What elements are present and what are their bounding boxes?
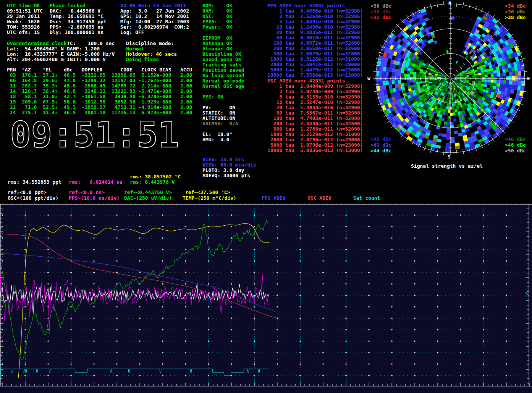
text-line: >32 dBc [370,15,391,20]
scale-osc: OSC=(100 ppt/div) [8,196,58,201]
text-line: KALMAN: N/A [202,121,238,126]
text-line: Normal [126,46,177,52]
text-line: 1000 tau 6.2129e-012 (n=31000) [267,132,363,137]
phase-lock-block: Phase lockedDAC: 0.445366 VTemp: 38.6596… [50,3,107,35]
text-line: Ser: 0.80296974 COM:2 [120,24,189,30]
text-line: 22 71.0 52.5↓ 49.3 -1859.97 4753.31 -4.9… [7,105,192,110]
text-line: >38 dBc [505,15,526,20]
polar-caption: Signal strength vs az/el [411,163,483,169]
mask-settings: EL: 10.0°AMU: 4.0 [202,132,232,142]
text-line: Discipline mode: [126,41,177,46]
text-line: OSC: OK [202,14,232,19]
text-line: UTC ofs: 15 [7,30,43,35]
text-line: 200 tau 2.8430e-011 (n=32600) [267,121,363,126]
scale-temp: TEMP~(250 m°C/div) [183,196,236,201]
text-line: Dly: 100.000001 ns [50,30,107,35]
text-line: PPS ADEV over 42031 points [267,3,363,8]
history-plot[interactable] [0,204,532,393]
text-line: RAM: OK [202,8,232,14]
text-line: V3.00 Beta 15 Jan 2011 [120,3,189,8]
pps-state: PPS: ON [202,94,223,100]
rms-temp: rms: 38.857502 °C [130,174,181,180]
text-line: PV: ON [202,105,238,110]
text-line: 1 tau 3.4856e-010 (n=32998) [267,8,363,14]
text-line: >40 dBc [370,136,391,142]
text-line: GAIN:-5.000 Hz/V [67,52,115,57]
position-block: Overdetermined clockLat: 54.4964948° NLo… [7,41,67,62]
text-line: EEPROM OK [202,36,244,41]
dbc-legend-bottom-right: >46 dBc>48 dBc>50 dBc [505,136,526,154]
text-line: STATIC: ON [202,110,238,116]
text-line: EL: 10.0° [202,132,232,137]
text-line: 14 120.7 36.4↑ 48.8 2240.13 13221.93 -5.… [7,89,192,94]
text-line: 2 tau 1.0749e-009 (n=32996) [267,89,363,94]
text-line: 10000 tau 5.0836e-013 (n=13000) [267,148,363,153]
view-settings: VIEW: 23.0 hrsVIEW: 60.0 min/divPLOTQ: 3… [202,157,256,178]
text-line: 29 Jan 2011 [7,14,43,19]
text-line: 10 tau 1.2498e-010 (n=32980) [267,24,363,30]
text-line: >46 dBc [505,136,526,142]
hardware-status-block: ROM: OKRAM: OKOSC: OKFPGA: OKPower: OK [202,3,232,30]
text-line: 50 tau 6.3610e-011 (n=32900) [267,35,363,40]
text-line: >30 dBc [370,9,391,15]
dbc-legend-bottom-left: >40 dBc>42 dBc>44 dBc [370,136,391,154]
plot-legend-sat-count: Sat count [353,196,380,201]
text-line: Normal OSC age [202,84,244,89]
text-line: Antenna OK [202,41,244,46]
text-line: 10 tau 2.5247e-010 (n=32980) [267,100,363,105]
text-line: GPS: 10.2 14 Nov 2001 [120,14,189,19]
text-line: 1000 tau 9.8128e-012 (n=31000) [267,57,363,62]
text-line: >42 dBc [370,142,391,148]
text-line: Temp: 38.659691 °C [50,14,107,19]
discipline-mode-block: Discipline mode:NormalHoldover: 46 secsD… [126,41,177,62]
text-line: 19 209.0 67.9↓ 50.0 -1012.50 3652.56 1.9… [7,99,192,105]
text-line: DAC: 0.445366 V [50,8,107,14]
text-line: 11 282.7 35.3↑ 48.6 2866.49 14789.72 7.2… [7,83,192,89]
text-line: 500 tau 1.2788e-011 (n=32000) [267,126,363,132]
text-line: ALTITUDE:ON [202,116,238,121]
scale-pps: PPS~(10.0 ns/div) [69,196,120,201]
text-line: AMU: 4.0 [202,137,232,142]
text-line: Overdetermined clock [7,41,67,46]
text-line: 03 176.1 37.2↓ 48.5 -3332.05 13986.65 5.… [7,73,192,78]
rms-dac: rms: 0.443978 V [130,180,175,185]
pps-adev-table: PPS ADEV over 42031 points 1 tau 3.4856e… [267,3,363,78]
compass-west: W [367,76,370,81]
text-line: Alt: 204.46002480 m [7,57,67,62]
text-line: 20 tau 1.4933e-010 (n=32960) [267,105,363,110]
text-line: PRN °AZ °EL dBc DOPPLER CODE CLOCK BIAS … [7,67,192,73]
text-line: 10000 tau 7.8580e-013 (n=13000) [267,73,363,78]
text-line: ADEVQ: 33000 pts [202,173,256,178]
text-line: App: 3.0 27 Jun 2002 [120,8,189,14]
text-line: Tracking sats [202,62,244,68]
ref-temp: ref~<37.500 °C> [185,190,230,195]
text-line: 100 tau 4.6072e-011 (n=32800) [267,40,363,46]
rms-pps: rms: 6.014014 ns [69,180,123,185]
text-line: TC: 100.0 sec [67,41,115,46]
text-line: 200 tau 3.0558e-011 (n=32600) [267,46,363,51]
text-line: 2000 tau 5.6947e-012 (n=29000) [267,62,363,67]
ref-dac: ref~<0.443750 V> [124,190,172,195]
text-line: 50 tau 7.5867e-011 (n=32900) [267,110,363,116]
text-line: 2000 tau 2.8796e-012 (n=29000) [267,137,363,142]
dbc-legend-top-right: >34 dBc>36 dBc>38 dBc [505,3,526,20]
compass-east: E [527,76,530,81]
text-line: INIT: 0.000 V [67,57,115,62]
loop-params-block: TC: 100.0 secDAMP: 1.200GAIN:-5.000 Hz/V… [67,41,115,62]
text-line: <30 dBc [370,3,391,9]
text-line: Osc↑ 34.917458 ppt [50,19,107,24]
plot-legend-osc-adev: OSC ADEV [307,196,331,201]
text-line: 18 58.1 21.0↓ 42.7 -3061.58 3939.48 -6.3… [7,94,192,99]
text-line: >48 dBc [505,142,526,148]
text-line: Almanac OK [202,46,244,52]
fix-mode-list: PV: ONSTATIC: ONALTITUDE:ONKALMAN: N/A [202,105,238,126]
text-line: VIEW: 23.0 hrs [202,157,256,162]
text-line: FPGA: OK [202,19,232,24]
text-line: >50 dBc [505,148,526,154]
text-line: 5 tau 1.6431e-010 (n=32990) [267,19,363,24]
text-line: 100 tau 4.7403e-011 (n=32800) [267,116,363,121]
utc-time-block: UTC time OK09:51:51 UTC29 Jan 2011Week: … [7,3,43,35]
text-line: 500 tau 1.6679e-011 (n=32000) [267,51,363,57]
text-line: DAMP: 1.200 [67,46,115,52]
text-line: >44 dBc [370,148,391,154]
